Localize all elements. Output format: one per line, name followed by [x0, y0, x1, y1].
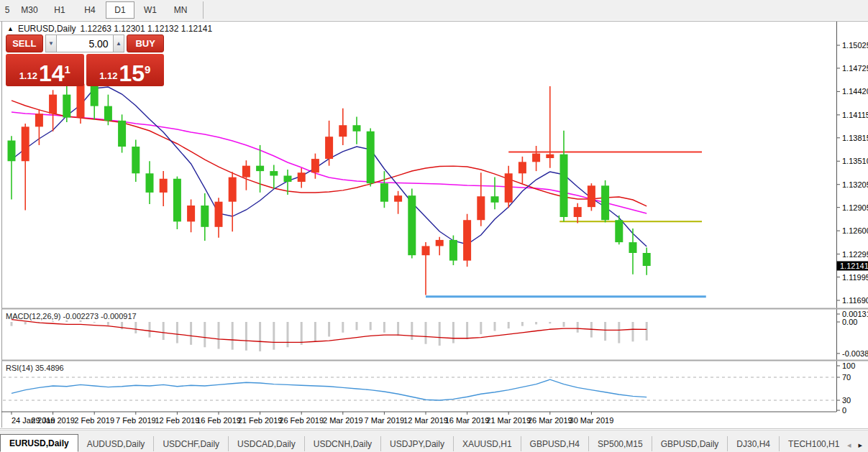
collapse-triangle-icon[interactable]: ▲: [7, 25, 14, 32]
svg-text:16 Feb 2019: 16 Feb 2019: [196, 416, 241, 425]
ask-price-button[interactable]: 1.12159: [86, 54, 165, 86]
candle-bull: [505, 173, 513, 202]
svg-text:1.14725: 1.14725: [842, 64, 868, 73]
macd-histogram-bar: [204, 322, 206, 347]
trading-terminal: 5 M30 H1 H4 D1 W1 MN ▲ EURUSD,Daily 1.12…: [0, 0, 868, 452]
timeframe-button-mn[interactable]: MN: [166, 1, 195, 19]
candle-bear: [146, 173, 154, 193]
symbol-tab-usdcad-daily[interactable]: USDCAD,Daily: [229, 436, 305, 451]
candle-bull: [325, 137, 333, 159]
macd-histogram-bar: [439, 322, 441, 346]
buy-button[interactable]: BUY: [127, 34, 164, 52]
svg-text:30 Mar 2019: 30 Mar 2019: [570, 416, 614, 425]
symbol-tab-usdchf-daily[interactable]: USDCHF,Daily: [154, 436, 229, 451]
symbol-tab-bar: EURUSD,DailyAUDUSD,DailyUSDCHF,DailyUSDC…: [0, 430, 868, 452]
rsi-label-value: 35.4896: [35, 364, 64, 372]
symbol-tab-sp500-m15[interactable]: SP500,M15: [589, 436, 652, 451]
svg-text:1.12295: 1.12295: [842, 250, 868, 259]
svg-text:1.14115: 1.14115: [842, 111, 868, 119]
svg-text:1.13510: 1.13510: [842, 157, 868, 165]
toolbar-separator: [203, 1, 204, 19]
candle-bull: [160, 179, 168, 193]
macd-histogram-bar: [163, 322, 165, 340]
chart-title-row: ▲ EURUSD,Daily 1.12263 1.12301 1.12132 1…: [7, 24, 212, 34]
symbol-tab-gbpusd-h4[interactable]: GBPUSD,H4: [521, 436, 589, 451]
symbol-tab-xauusd-h1[interactable]: XAUUSD,H1: [454, 436, 521, 451]
candle-bull: [477, 196, 485, 220]
symbol-tab-gbpusd-daily[interactable]: GBPUSD,Daily: [652, 436, 728, 451]
bid-price-big-digits: 14: [39, 63, 65, 84]
volume-decrease-button[interactable]: ▼: [45, 34, 58, 52]
timeframe-button-d1[interactable]: D1: [106, 1, 134, 19]
svg-text:12 Feb 2019: 12 Feb 2019: [155, 416, 200, 425]
timeframe-button-m5[interactable]: 5: [1, 1, 14, 19]
candle-bear: [629, 242, 637, 253]
candle-bear: [408, 195, 416, 255]
symbol-tab-audusd-daily[interactable]: AUDUSD,Daily: [78, 436, 155, 451]
tab-scroll-controls: ◂ ▸: [841, 441, 868, 450]
rsi-pane-label: RSI(14) 35.4896: [6, 364, 64, 372]
candle-bear: [8, 141, 16, 162]
macd-histogram-bar: [577, 322, 579, 333]
symbol-tab-tech100-h1[interactable]: TECH100,H1: [780, 436, 841, 451]
timeframe-toolbar: 5 M30 H1 H4 D1 W1 MN: [0, 0, 868, 21]
macd-histogram-bar: [632, 322, 634, 341]
candle-bull: [22, 126, 29, 161]
svg-text:2 Mar 2019: 2 Mar 2019: [323, 416, 363, 425]
macd-histogram-bar: [93, 322, 96, 323]
svg-text:1.14420: 1.14420: [842, 87, 868, 96]
candle-bull: [518, 162, 526, 173]
macd-histogram-bar: [287, 322, 289, 347]
macd-histogram-bar: [425, 322, 427, 344]
tab-scroll-left-icon[interactable]: ◂: [847, 441, 851, 450]
macd-histogram-bar: [508, 322, 510, 328]
macd-histogram-bar: [549, 322, 551, 323]
chart-ohlc-values: 1.12263 1.12301 1.12132 1.12141: [81, 24, 213, 34]
candle-bear: [256, 166, 264, 171]
symbol-tab-dj30-h4[interactable]: DJ30,H4: [728, 436, 780, 451]
svg-text:12 Mar 2019: 12 Mar 2019: [403, 416, 448, 425]
bid-price-button[interactable]: 1.12141: [6, 54, 84, 86]
candle-bull: [422, 246, 430, 255]
macd-histogram-bar: [494, 322, 496, 331]
svg-text:26 Feb 2019: 26 Feb 2019: [279, 416, 324, 425]
volume-increase-button[interactable]: ▲: [113, 34, 125, 52]
timeframe-button-w1[interactable]: W1: [136, 1, 165, 19]
macd-histogram-bar: [176, 322, 178, 343]
symbol-tab-usdjpy-daily[interactable]: USDJPY,Daily: [381, 436, 454, 451]
macd-histogram-bar: [149, 322, 151, 338]
candle-bull: [574, 207, 582, 217]
candle-bull: [588, 185, 595, 207]
macd-histogram-bar: [397, 322, 399, 336]
candle-bull: [187, 206, 195, 221]
candle-bull: [49, 95, 57, 114]
candle-bull: [242, 166, 250, 177]
candle-bull: [215, 202, 223, 227]
candle-bear: [201, 206, 209, 227]
macd-pane-label: MACD(12,26,9) -0.002273 -0.000917: [6, 312, 137, 320]
svg-text:1.15025: 1.15025: [842, 41, 868, 50]
macd-histogram-bar: [245, 322, 247, 351]
timeframe-button-m30[interactable]: M30: [15, 1, 44, 19]
candle-bear: [615, 220, 623, 242]
symbol-tab-eurusd-daily[interactable]: EURUSD,Daily: [0, 434, 78, 452]
macd-histogram-bar: [383, 322, 385, 333]
svg-text:1.11690: 1.11690: [842, 296, 868, 305]
volume-input[interactable]: 5.00: [57, 34, 112, 52]
svg-text:70: 70: [842, 373, 851, 382]
svg-text:2 Feb 2019: 2 Feb 2019: [74, 416, 114, 425]
symbol-tab-usdcnh-daily[interactable]: USDCNH,Daily: [305, 436, 381, 451]
candle-bear: [104, 106, 112, 121]
timeframe-button-h4[interactable]: H4: [76, 1, 104, 19]
svg-text:30: 30: [842, 396, 851, 405]
ask-price-big-digits: 15: [119, 63, 145, 84]
candle-bull: [35, 114, 43, 126]
svg-text:0.00: 0.00: [842, 318, 857, 326]
sell-button[interactable]: SELL: [6, 34, 43, 52]
svg-text:100: 100: [842, 361, 855, 370]
tab-scroll-right-icon[interactable]: ▸: [858, 441, 862, 450]
macd-histogram-bar: [190, 322, 192, 345]
timeframe-button-h1[interactable]: H1: [45, 1, 74, 19]
svg-text:7 Mar 2019: 7 Mar 2019: [365, 416, 405, 425]
macd-histogram-bar: [356, 322, 358, 330]
